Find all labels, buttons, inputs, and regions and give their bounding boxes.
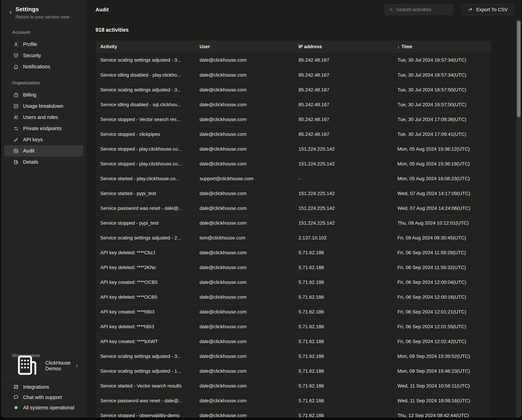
table-row: Service stopped - clickpipesdale@clickho… [95,127,491,141]
cell-activity: Service password was reset - dale@... [95,206,195,211]
nav-list: BillingUsage breakdownUsers and rolesPri… [1,89,86,168]
column-header-time[interactable]: ↓Time [393,44,491,49]
sidebar-item-label: Integrations [23,384,49,390]
sort-descending-icon: ↓ [398,44,400,49]
column-header-label: User [200,44,210,49]
sidebar-item-label: Billing [23,92,36,98]
cell-user: dale@clickhouse.com [195,191,294,196]
building-icon [13,159,19,165]
chevron-left-icon [8,10,13,15]
sidebar-item-usage-breakdown[interactable]: Usage breakdown [4,101,83,112]
search-input[interactable] [396,7,449,12]
table-row: Service scaling settings adjusted - 3...… [95,82,491,97]
cell-ip-address: 5.71.62.186 [294,294,393,300]
sidebar-item-details[interactable]: Details [4,156,83,168]
column-header-user[interactable]: User [195,44,294,49]
cell-ip-address: 5.71.62.186 [294,368,393,374]
cell-time: Mon, 09 Sep 2024 15:39:52(UTC) [393,354,491,359]
column-header-label: IP address [299,44,322,49]
sidebar-item-private-endpoints[interactable]: Private endpoints [4,123,83,134]
column-header-label: Activity [100,44,117,49]
sidebar-item-notifications[interactable]: Notifications [4,61,83,72]
search-activities-box[interactable] [385,4,453,15]
cell-activity: Service started - play.clickhouse.co... [95,176,195,181]
audit-content: 918 activities ActivityUserIP address↓Ti… [86,19,521,418]
table-row: Service password was reset - dale@...dal… [95,393,491,408]
column-header-ip-address[interactable]: IP address [294,44,393,49]
activities-count: 918 activities [95,27,521,33]
cell-user: dale@clickhouse.com [195,309,294,315]
cell-activity: Service idling disabled - play.clickho..… [95,72,195,78]
cell-ip-address: 85.242.48.167 [294,102,393,107]
sidebar-item-label: API keys [23,137,43,142]
cell-time: Mon, 05 Aug 2024 15:36:19(UTC) [393,161,491,167]
sidebar-item-integrations[interactable]: Integrations [4,382,83,392]
org-switcher-name: ClickHouse Demos [45,360,70,372]
cell-activity: Service stopped - play.clickhouse.co... [95,146,195,152]
cell-user: tom@clickhouse.com [195,235,294,241]
vertical-scrollbar-track[interactable] [516,19,521,418]
cell-time: Wed, 11 Sep 2024 10:56:11(UTC) [393,383,491,389]
column-header-activity[interactable]: Activity [95,44,195,49]
table-row: API key deleted: ****OCB5dale@clickhouse… [95,289,491,304]
section-label-account: Account [1,30,86,35]
sidebar-item-billing[interactable]: Billing [4,89,83,101]
section-label-organization: Organization [1,80,86,86]
cell-user: dale@clickhouse.com [195,265,294,270]
sidebar-item-label: Audit [23,148,34,154]
sidebar-item-chat-with-support[interactable]: Chat with support [4,392,83,403]
cell-activity: Service password was reset - dale@... [95,398,195,404]
sidebar-item-audit[interactable]: Audit [4,145,83,156]
sidebar-spacer [1,168,86,353]
cell-user: dale@clickhouse.com [195,294,294,300]
cell-ip-address: 5.71.62.186 [294,383,393,389]
org-switcher[interactable]: ClickHouse Demos [4,361,83,371]
cell-time: Fri, 06 Sep 2024 12:00:16(UTC) [393,294,491,300]
sidebar-item-profile[interactable]: Profile [4,39,83,50]
cell-activity: Service scaling settings adjusted - 2... [95,235,195,241]
table-row: Service idling disabled - sql.clickhou..… [95,97,491,112]
export-to-csv-button[interactable]: Export To CSV [462,4,514,15]
column-header-label: Time [402,44,412,49]
search-icon [389,7,393,12]
cell-user: dale@clickhouse.com [195,280,294,285]
table-row: Service stopped - pypi_testdale@clickhou… [95,216,491,230]
status-dot-icon [13,405,19,411]
cell-time: Wed, 07 Aug 2024 14:24:06(UTC) [393,206,491,211]
nav-list: ProfileSecurityNotifications [1,39,86,72]
cell-activity: Service scaling settings adjusted - 3... [95,87,195,93]
table-header-row: ActivityUserIP address↓Time [95,41,491,53]
topbar: Audit Export To CSV [86,0,521,19]
table-row: API key deleted: ****2KNcdale@clickhouse… [95,260,491,275]
puzzle-icon [13,384,19,390]
cell-ip-address: 5.71.62.186 [294,354,393,359]
table-row: API key created: ****OCB5dale@clickhouse… [95,275,491,289]
sidebar-item-all-systems-operational[interactable]: All systems operational [4,403,83,413]
sidebar-divider [1,376,86,377]
cell-user: dale@clickhouse.com [195,413,294,418]
main-area: Audit Export To CSV 918 activities Activ… [86,0,521,418]
cell-time: Wed, 07 Aug 2024 14:17:09(UTC) [393,191,491,196]
cell-user: dale@clickhouse.com [195,398,294,404]
sidebar-item-security[interactable]: Security [4,50,83,61]
sidebar-item-label: Security [23,53,41,58]
sidebar-item-users-and-roles[interactable]: Users and roles [4,112,83,123]
cell-time: Fri, 06 Sep 2024 12:00:04(UTC) [393,280,491,285]
sidebar-item-api-keys[interactable]: API keys [4,134,83,145]
table-row: Service started - pypi_testdale@clickhou… [95,186,491,201]
cell-time: Fri, 09 Aug 2024 08:30:45(UTC) [393,235,491,241]
table-row: Service stopped - observability-demodale… [95,408,491,418]
back-button[interactable] [7,9,14,16]
cell-user: dale@clickhouse.com [195,132,294,137]
table-row: Service password was reset - dale@...dal… [95,201,491,216]
table-row: Service scaling settings adjusted - 3...… [95,349,491,364]
vertical-scrollbar-thumb[interactable] [517,21,521,117]
sidebar-item-label: Notifications [23,64,50,70]
cell-time: Mon, 05 Aug 2024 15:36:12(UTC) [393,146,491,152]
cell-user: dale@clickhouse.com [195,72,294,78]
cell-activity: API key deleted: ****CbzJ [95,250,195,256]
cell-user: dale@clickhouse.com [195,146,294,152]
cell-user: dale@clickhouse.com [195,354,294,359]
cell-activity: Service stopped - play.clickhouse.co... [95,161,195,167]
cell-activity: API key created: ****OCB5 [95,280,195,285]
